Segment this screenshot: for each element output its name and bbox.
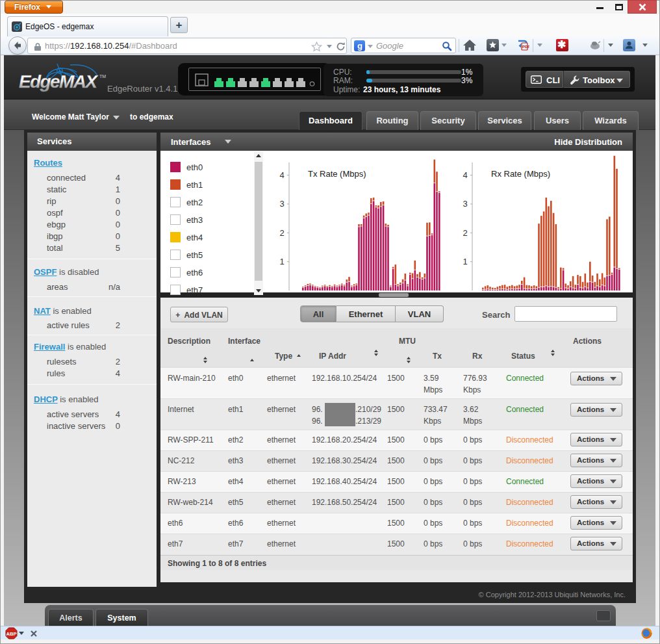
svg-text:3: 3 [463,199,467,209]
svg-text:1: 1 [279,257,284,266]
svg-text:4: 4 [463,170,467,180]
svg-text:2: 2 [463,228,467,238]
svg-text:3: 3 [279,199,284,209]
svg-text:2: 2 [279,228,284,238]
svg-text:EdgeMAX: EdgeMAX [19,71,99,92]
svg-text:Rx Rate (Mbps): Rx Rate (Mbps) [491,169,550,179]
svg-text:1: 1 [463,257,467,266]
svg-text:TM: TM [99,74,106,79]
svg-text:Tx Rate (Mbps): Tx Rate (Mbps) [308,169,366,179]
svg-text:4: 4 [279,170,284,180]
svg-text:PDF: PDF [522,45,529,49]
svg-text:ABP: ABP [6,631,17,637]
